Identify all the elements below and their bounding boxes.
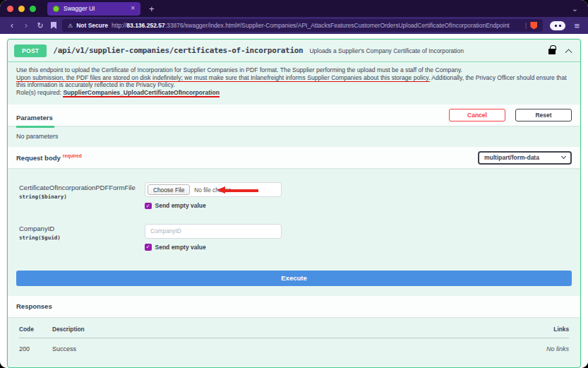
swagger-favicon-icon	[53, 6, 59, 12]
select-chevron-icon	[561, 154, 566, 159]
header-code: Code	[19, 326, 52, 333]
field-type: string($guid)	[19, 235, 145, 241]
choose-file-button[interactable]: Choose File	[148, 184, 190, 195]
file-input: Choose File No file chosen	[145, 182, 282, 197]
method-badge: POST	[14, 44, 47, 57]
content-type-select[interactable]: multipart/form-data	[478, 151, 572, 165]
description-line1: Use this endpoint to upload the Certific…	[16, 66, 462, 73]
send-empty-checkbox[interactable]: ✓	[145, 203, 152, 210]
browser-window: Swagger UI × + ⌄ ‹ › ↻ ⚠ Not Secure http…	[0, 0, 588, 368]
back-icon[interactable]: ‹	[6, 18, 18, 33]
response-code: 200	[19, 345, 52, 352]
parameters-section-header: Parameters Cancel Reset	[8, 105, 580, 126]
browser-tab-swagger[interactable]: Swagger UI ×	[47, 2, 140, 16]
url-bar[interactable]: ⚠ Not Secure http://83.136.252.57:33876/…	[62, 19, 543, 32]
cancel-button[interactable]: Cancel	[449, 109, 505, 121]
reload-icon[interactable]: ↻	[34, 18, 47, 33]
reset-button[interactable]: Reset	[515, 109, 572, 121]
responses-section-header: Responses	[8, 296, 580, 317]
endpoint-header[interactable]: POST /api/v1/supplier-companies/certific…	[8, 40, 580, 62]
endpoint-summary: Uploads a Supplier's Company Certificate…	[309, 47, 542, 54]
response-description: Success	[52, 345, 527, 352]
endpoint-path[interactable]: /api/v1/supplier-companies/certificates-…	[53, 46, 303, 55]
execute-row: Execute	[8, 265, 580, 286]
request-body-form: CertificateOfIncorporationPDFFormFile st…	[8, 168, 580, 251]
maximize-window-button[interactable]	[30, 6, 36, 12]
warning-icon: ⚠	[68, 23, 73, 29]
responses-table-header: Code Description Links	[19, 326, 569, 338]
field-name: CompanyID	[19, 225, 145, 232]
window-controls	[7, 6, 36, 12]
minimize-window-button[interactable]	[18, 6, 25, 12]
responses-table: Code Description Links 200 Success No li…	[8, 317, 580, 352]
browser-toolbar: ‹ › ↻ ⚠ Not Secure http://83.136.252.57:…	[0, 17, 588, 34]
wallet-icon[interactable]	[550, 21, 565, 30]
field-type: string($binary)	[19, 194, 145, 200]
field-name: CertificateOfIncorporationPDFFormFile	[19, 184, 145, 191]
header-description: Description	[52, 326, 527, 333]
role-required-line: Role(s) required: SupplierCompanies_Uplo…	[16, 89, 220, 98]
response-links: No links	[527, 345, 569, 352]
send-empty-row: ✓ Send empty value	[145, 202, 282, 209]
endpoint-description: Use this endpoint to upload the Certific…	[8, 62, 580, 99]
annotation-arrow	[217, 189, 259, 192]
request-body-title: Request bodyrequired	[16, 153, 82, 162]
parameters-title: Parameters	[16, 108, 54, 128]
no-parameters-text: No parameters	[8, 126, 580, 147]
required-label: required	[63, 153, 82, 158]
responses-title: Responses	[16, 302, 52, 310]
new-tab-button[interactable]: +	[149, 4, 155, 14]
form-row-company-id: CompanyID string($guid) ✓ Send empty val…	[19, 223, 569, 251]
send-empty-label: Send empty value	[155, 244, 206, 251]
execute-button[interactable]: Execute	[16, 271, 572, 286]
form-row-certificate-file: CertificateOfIncorporationPDFFormFile st…	[19, 182, 569, 209]
bookmark-icon[interactable]	[51, 22, 56, 29]
response-row-200: 200 Success No links	[19, 338, 569, 352]
url-text: http://83.136.252.57:33876/swagger/index…	[112, 22, 522, 29]
tab-close-icon[interactable]: ×	[131, 5, 135, 12]
close-window-button[interactable]	[7, 6, 13, 12]
lock-icon[interactable]	[548, 49, 556, 54]
brave-shield-icon[interactable]	[530, 22, 537, 30]
request-body-section-header: Request bodyrequired multipart/form-data	[8, 147, 580, 168]
swagger-page: POST /api/v1/supplier-companies/certific…	[0, 34, 588, 368]
tab-list-chevron-icon[interactable]: ⌄	[572, 4, 578, 13]
security-label: Not Secure	[76, 22, 108, 29]
browser-tab-bar: Swagger UI × + ⌄	[0, 0, 588, 17]
send-empty-checkbox[interactable]: ✓	[145, 244, 152, 251]
forward-icon[interactable]: ›	[20, 18, 32, 33]
menu-icon[interactable]: ≡	[574, 20, 580, 31]
header-links: Links	[527, 326, 569, 333]
opblock-post: POST /api/v1/supplier-companies/certific…	[7, 39, 581, 368]
collapse-chevron-icon[interactable]	[565, 49, 572, 56]
send-empty-row: ✓ Send empty value	[145, 244, 282, 251]
tab-title: Swagger UI	[64, 5, 126, 12]
send-empty-label: Send empty value	[155, 202, 206, 209]
company-id-input[interactable]	[145, 224, 282, 239]
url-divider: |	[525, 22, 527, 29]
role-value: SupplierCompanies_UploadCertificateOfInc…	[63, 89, 220, 98]
